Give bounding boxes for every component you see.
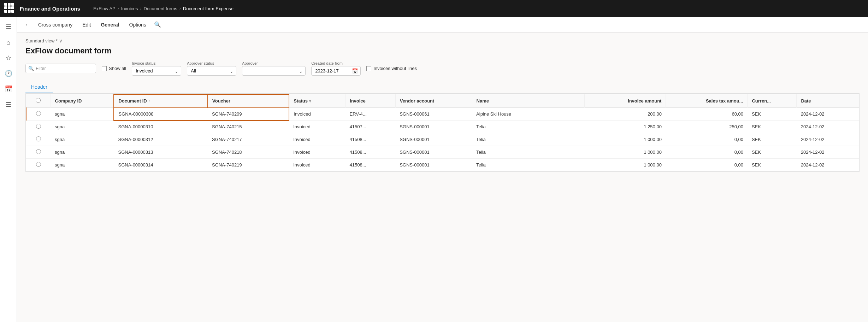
th-name: Name <box>472 94 585 108</box>
search-button[interactable]: 🔍 <box>152 19 163 30</box>
show-all-checkbox[interactable] <box>102 66 107 71</box>
td-document-id[interactable]: SGNA-00000312 <box>114 133 208 146</box>
calendar-icon[interactable]: 📅 <box>1 82 16 96</box>
sidebar: ☰ ⌂ ☆ 🕐 📅 ☰ <box>0 17 17 322</box>
td-document-id[interactable]: SGNA-00000314 <box>114 159 208 171</box>
td-document-id[interactable]: SGNA-00000313 <box>114 146 208 159</box>
invoice-status-select[interactable]: Invoiced <box>132 66 181 76</box>
th-company-id: Company ID <box>51 94 114 108</box>
td-currency: SEK <box>748 133 797 146</box>
table-row[interactable]: sgna SGNA-00000308 SGNA-740209 Invoiced … <box>26 108 859 121</box>
breadcrumb-sep-1: › <box>118 6 119 11</box>
td-name: Telia <box>472 121 585 133</box>
data-table: Company ID Document ID ↑ Voucher Status <box>26 94 859 171</box>
td-name: Alpine Ski House <box>472 108 585 121</box>
td-status: Invoiced <box>289 146 345 159</box>
td-vendor-account: SGNS-000061 <box>395 108 472 121</box>
td-currency: SEK <box>748 146 797 159</box>
td-voucher[interactable]: SGNA-740217 <box>208 133 289 146</box>
approver-select-wrap <box>242 66 306 76</box>
filter-input-wrap: 🔍 <box>25 64 96 73</box>
row-select-radio[interactable] <box>36 124 41 129</box>
view-selector[interactable]: Standard view * ∨ <box>25 38 860 43</box>
td-name: Telia <box>472 146 585 159</box>
table-row[interactable]: sgna SGNA-00000312 SGNA-740217 Invoiced … <box>26 133 859 146</box>
invoices-without-wrap: Invoices without lines <box>366 66 417 71</box>
breadcrumb-sep-2: › <box>140 6 141 11</box>
breadcrumb-exflow[interactable]: ExFlow AP <box>93 6 116 11</box>
th-sales-tax: Sales tax amou... <box>666 94 748 108</box>
secondary-nav: ← Cross company Edit General Options 🔍 <box>17 17 868 33</box>
nav-general[interactable]: General <box>96 19 123 30</box>
td-status: Invoiced <box>289 133 345 146</box>
td-voucher[interactable]: SGNA-740219 <box>208 159 289 171</box>
tab-header[interactable]: Header <box>25 81 53 93</box>
nav-edit[interactable]: Edit <box>78 19 95 30</box>
td-invoice-amount: 1 000,00 <box>585 146 666 159</box>
filter-input[interactable] <box>25 64 96 73</box>
td-vendor-account: SGNS-000001 <box>395 121 472 133</box>
breadcrumb-docforms[interactable]: Document forms <box>143 6 177 11</box>
row-select-radio[interactable] <box>36 149 41 154</box>
td-document-id[interactable]: SGNA-00000310 <box>114 121 208 133</box>
filter-icon-status[interactable]: ▿ <box>309 99 311 103</box>
table-row[interactable]: sgna SGNA-00000310 SGNA-740215 Invoiced … <box>26 121 859 133</box>
td-invoice: ERV-4... <box>346 108 396 121</box>
td-currency: SEK <box>748 108 797 121</box>
star-icon[interactable]: ☆ <box>1 51 16 65</box>
invoice-status-select-wrap: Invoiced <box>132 66 181 76</box>
td-company-id: sgna <box>51 108 114 121</box>
page-title: ExFlow document form <box>25 46 860 55</box>
breadcrumb: ExFlow AP › Invoices › Document forms › … <box>93 6 234 11</box>
breadcrumb-invoices[interactable]: Invoices <box>121 6 138 11</box>
td-status: Invoiced <box>289 159 345 171</box>
td-invoice-amount: 200,00 <box>585 108 666 121</box>
row-select-radio[interactable] <box>36 136 41 141</box>
table-row[interactable]: sgna SGNA-00000314 SGNA-740219 Invoiced … <box>26 159 859 171</box>
td-date: 2024-12-02 <box>797 159 859 171</box>
row-select-radio[interactable] <box>36 162 41 167</box>
td-date: 2024-12-02 <box>797 108 859 121</box>
td-voucher[interactable]: SGNA-740215 <box>208 121 289 133</box>
td-select <box>26 108 51 121</box>
approver-select[interactable] <box>242 66 306 76</box>
nav-options[interactable]: Options <box>125 19 150 30</box>
hamburger-icon[interactable]: ☰ <box>1 20 16 34</box>
td-invoice: 41508... <box>346 133 396 146</box>
nav-cross-company[interactable]: Cross company <box>34 19 77 30</box>
view-selector-chevron: ∨ <box>59 38 63 43</box>
td-name: Telia <box>472 133 585 146</box>
td-status: Invoiced <box>289 108 345 121</box>
invoice-status-label: Invoice status <box>132 61 181 65</box>
td-date: 2024-12-02 <box>797 121 859 133</box>
td-vendor-account: SGNS-000001 <box>395 146 472 159</box>
td-select <box>26 159 51 171</box>
breadcrumb-docformexpense[interactable]: Document form Expense <box>183 6 234 11</box>
approver-status-select[interactable]: All <box>187 66 236 76</box>
list-icon[interactable]: ☰ <box>1 98 16 112</box>
filter-search-icon: 🔍 <box>28 66 34 71</box>
table-row[interactable]: sgna SGNA-00000313 SGNA-740218 Invoiced … <box>26 146 859 159</box>
top-bar: Finance and Operations ExFlow AP › Invoi… <box>0 0 868 17</box>
back-button[interactable]: ← <box>23 20 33 30</box>
invoices-without-checkbox[interactable] <box>366 66 371 71</box>
th-currency: Curren... <box>748 94 797 108</box>
breadcrumb-sep-3: › <box>179 6 181 11</box>
invoice-status-group: Invoice status Invoiced <box>132 61 181 76</box>
select-all-checkbox[interactable] <box>36 98 41 103</box>
apps-grid-icon[interactable] <box>4 3 16 14</box>
td-date: 2024-12-02 <box>797 146 859 159</box>
row-select-radio[interactable] <box>36 111 41 116</box>
clock-icon[interactable]: 🕐 <box>1 66 16 81</box>
td-invoice-amount: 1 000,00 <box>585 133 666 146</box>
th-document-id[interactable]: Document ID ↑ <box>114 94 208 108</box>
approver-group: Approver <box>242 61 306 76</box>
table-header-row: Company ID Document ID ↑ Voucher Status <box>26 94 859 108</box>
home-icon[interactable]: ⌂ <box>1 35 16 49</box>
td-document-id[interactable]: SGNA-00000308 <box>114 108 208 121</box>
td-voucher[interactable]: SGNA-740209 <box>208 108 289 121</box>
calendar-icon[interactable]: 📅 <box>352 68 358 74</box>
td-voucher[interactable]: SGNA-740218 <box>208 146 289 159</box>
td-select <box>26 133 51 146</box>
created-date-group: Created date from 📅 <box>311 61 361 76</box>
